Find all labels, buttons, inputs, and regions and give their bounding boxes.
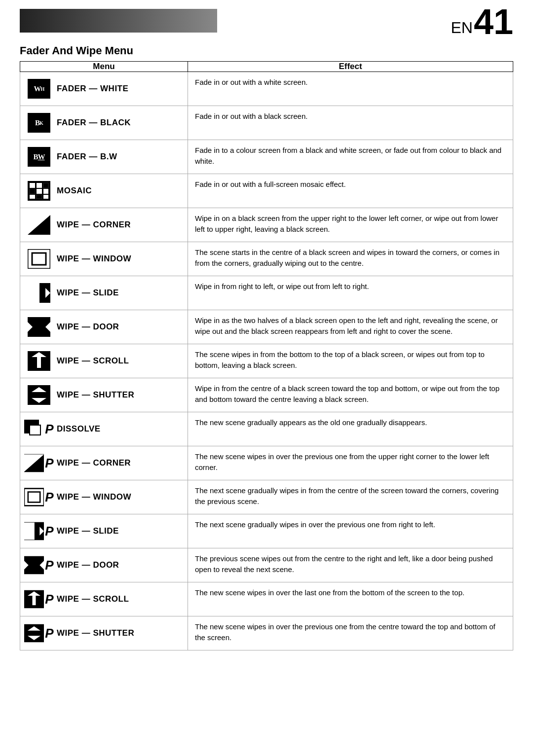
svg-rect-6 xyxy=(43,189,48,194)
effect-text: Wipe in as the two halves of a black scr… xyxy=(188,310,513,342)
menu-label: WIPE — CORNER xyxy=(57,458,131,468)
effect-text: The next scene gradually wipes in from t… xyxy=(188,480,513,512)
table-row: WIPE — DOOR Wipe in as the two halves of… xyxy=(20,310,513,344)
effect-text: Fade in or out with a full-screen mosaic… xyxy=(188,174,513,195)
effect-text: The new scene wipes in over the previous… xyxy=(188,616,513,648)
menu-icon-dissolve-p: P xyxy=(26,418,52,440)
menu-cell: WIPE — SLIDE xyxy=(20,276,188,310)
effect-text: The next scene gradually wipes in over t… xyxy=(188,514,513,535)
menu-cell: P WIPE — SLIDE xyxy=(20,514,188,548)
menu-label: WIPE — SLIDE xyxy=(57,288,119,298)
effect-cell: Fade in or out with a white screen. xyxy=(188,72,513,106)
effect-cell: Fade in or out with a full-screen mosaic… xyxy=(188,174,513,208)
menu-cell: MOSAIC xyxy=(20,174,188,208)
effect-cell: The previous scene wipes out from the ce… xyxy=(188,548,513,582)
table-row: P WIPE — SCROLL The new scene wipes in o… xyxy=(20,582,513,616)
page-title: Fader And Wipe Menu xyxy=(0,39,533,61)
table-row: WH FADER — WHITE Fade in or out with a w… xyxy=(20,72,513,106)
menu-label: MOSAIC xyxy=(57,186,92,196)
effect-text: The new scene wipes in over the previous… xyxy=(188,446,513,478)
menu-icon-wipe-corner xyxy=(26,214,52,236)
menu-cell: WIPE — SCROLL xyxy=(20,344,188,378)
svg-rect-2 xyxy=(37,183,42,188)
menu-label: WIPE — CORNER xyxy=(57,220,131,230)
menu-icon-p-wipe-door: P xyxy=(26,554,52,576)
menu-label: WIPE — SHUTTER xyxy=(57,628,134,638)
svg-rect-9 xyxy=(43,195,48,199)
menu-cell: P WIPE — SCROLL xyxy=(20,582,188,616)
menu-cell: WIPE — CORNER xyxy=(20,208,188,242)
svg-rect-1 xyxy=(30,183,35,188)
effect-cell: The scene starts in the centre of a blac… xyxy=(188,242,513,276)
table-row: P WIPE — WINDOW The next scene gradually… xyxy=(20,480,513,514)
effect-cell: The next scene gradually wipes in from t… xyxy=(188,480,513,514)
effect-text: Wipe in from the centre of a black scree… xyxy=(188,378,513,410)
svg-rect-5 xyxy=(37,189,42,194)
table-row: P WIPE — CORNER The new scene wipes in o… xyxy=(20,446,513,480)
effect-cell: Wipe in from the centre of a black scree… xyxy=(188,378,513,412)
menu-icon-wipe-window xyxy=(26,248,52,270)
svg-rect-8 xyxy=(37,195,42,199)
table-row: WIPE — SCROLL The scene wipes in from th… xyxy=(20,344,513,378)
svg-rect-22 xyxy=(37,357,41,368)
table-row: WIPE — SLIDE Wipe in from right to left,… xyxy=(20,276,513,310)
menu-label: FADER — BLACK xyxy=(57,118,131,128)
effect-cell: Fade in to a colour screen from a black … xyxy=(188,140,513,174)
menu-cell: P DISSOLVE xyxy=(20,412,188,446)
effect-cell: The new scene wipes in over the last one… xyxy=(188,582,513,616)
menu-icon-wipe-door xyxy=(26,316,52,338)
effect-cell: The scene wipes in from the bottom to th… xyxy=(188,344,513,378)
effect-text: Fade in to a colour screen from a black … xyxy=(188,140,513,172)
menu-icon-p-wipe-scroll: P xyxy=(26,588,52,610)
menu-icon-p-wipe-window: P xyxy=(26,486,52,508)
menu-cell: WH FADER — WHITE xyxy=(20,72,188,106)
menu-cell: BK FADER — BLACK xyxy=(20,106,188,140)
menu-label: WIPE — SLIDE xyxy=(57,526,119,536)
page-number: EN41 xyxy=(451,4,513,39)
effect-cell: The new scene gradually appears as the o… xyxy=(188,412,513,446)
effect-text: Fade in or out with a white screen. xyxy=(188,72,513,93)
menu-icon-p-wipe-slide: P xyxy=(26,520,52,542)
svg-rect-38 xyxy=(33,596,36,605)
menu-label: WIPE — SHUTTER xyxy=(57,390,134,400)
table-row: BW FADER — B.W Fade in to a colour scree… xyxy=(20,140,513,174)
menu-cell: WIPE — WINDOW xyxy=(20,242,188,276)
effect-text: The previous scene wipes out from the ce… xyxy=(188,548,513,580)
effect-text: Fade in or out with a black screen. xyxy=(188,106,513,127)
effect-cell: Wipe in on a black screen from the upper… xyxy=(188,208,513,242)
menu-icon-wipe-scroll xyxy=(26,350,52,372)
menu-label: WIPE — SCROLL xyxy=(57,594,129,604)
effect-cell: The new scene wipes in over the previous… xyxy=(188,446,513,480)
menu-cell: P WIPE — CORNER xyxy=(20,446,188,480)
effect-text: Wipe in on a black screen from the upper… xyxy=(188,208,513,240)
table-row: WIPE — SHUTTER Wipe in from the centre o… xyxy=(20,378,513,412)
menu-icon-wipe-shutter xyxy=(26,384,52,406)
effect-cell: Wipe in from right to left, or wipe out … xyxy=(188,276,513,310)
effect-text: The new scene gradually appears as the o… xyxy=(188,412,513,433)
effect-text: The scene starts in the centre of a blac… xyxy=(188,242,513,274)
menu-icon-p-wipe-corner: P xyxy=(26,452,52,474)
menu-cell: BW FADER — B.W xyxy=(20,140,188,174)
menu-cell: P WIPE — WINDOW xyxy=(20,480,188,514)
header-bar xyxy=(20,9,217,33)
menu-label: FADER — WHITE xyxy=(57,84,128,94)
svg-rect-7 xyxy=(30,195,35,199)
menu-icon-bk: BK xyxy=(26,112,52,134)
effect-text: Wipe in from right to left, or wipe out … xyxy=(188,276,513,297)
fader-wipe-table: Menu Effect WH FADER — WHITE Fade in or … xyxy=(20,61,513,650)
menu-icon-bw: BW xyxy=(26,146,52,168)
svg-rect-4 xyxy=(30,189,35,194)
menu-cell: WIPE — SHUTTER xyxy=(20,378,188,412)
effect-text: The scene wipes in from the bottom to th… xyxy=(188,344,513,376)
menu-cell: P WIPE — SHUTTER xyxy=(20,616,188,650)
effect-cell: The next scene gradually wipes in over t… xyxy=(188,514,513,548)
table-row: P DISSOLVE The new scene gradually appea… xyxy=(20,412,513,446)
menu-icon-mosaic xyxy=(26,180,52,202)
col-header-effect: Effect xyxy=(188,62,513,72)
menu-icon-p-wipe-shutter: P xyxy=(26,622,52,644)
svg-rect-13 xyxy=(32,253,46,265)
effect-cell: Fade in or out with a black screen. xyxy=(188,106,513,140)
table-row: P WIPE — SHUTTER The new scene wipes in … xyxy=(20,616,513,650)
col-header-menu: Menu xyxy=(20,62,188,72)
menu-cell: P WIPE — DOOR xyxy=(20,548,188,582)
